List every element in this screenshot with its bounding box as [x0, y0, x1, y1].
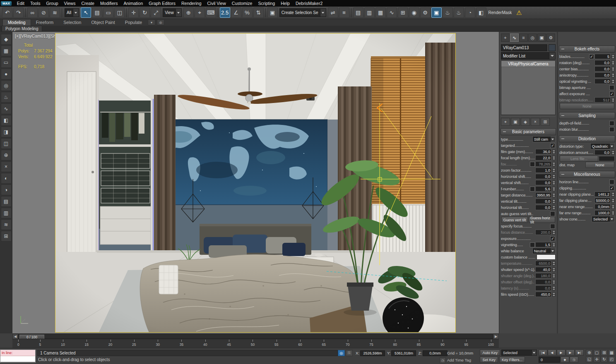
value-field[interactable]: 40,0	[535, 267, 551, 272]
add-time-tag[interactable]: Add Time Tag	[447, 358, 471, 362]
object-color-swatch[interactable]	[549, 44, 556, 51]
parameter-dropdown[interactable]: Still cam	[532, 136, 556, 142]
ribbon-help-icon[interactable]: ◎	[157, 19, 164, 25]
select-object-icon[interactable]: ↖	[80, 7, 91, 18]
value-field[interactable]: 180,0	[535, 273, 551, 278]
bridge-tool-icon[interactable]: ◫	[1, 138, 12, 149]
hierarchy-tab[interactable]: ≡	[519, 34, 528, 42]
separator[interactable]	[125, 8, 128, 17]
value-field[interactable]: 36,0	[535, 149, 551, 154]
rollout-header[interactable]: Bokeh effects	[559, 46, 615, 53]
value-field[interactable]: 1000,0	[594, 210, 611, 216]
value-field[interactable]: 450,0	[535, 292, 551, 297]
weld-tool-icon[interactable]: ⊕	[1, 150, 12, 160]
separator[interactable]	[350, 8, 353, 17]
checkbox[interactable]	[609, 180, 614, 184]
spinner[interactable]	[552, 168, 556, 172]
parameter-dropdown[interactable]: Selected	[592, 216, 615, 222]
selection-filter-dropdown[interactable]: All	[63, 8, 80, 17]
key-mode-dropdown[interactable]: Selected	[501, 350, 537, 356]
checkbox[interactable]	[550, 224, 555, 229]
menu-item[interactable]: Group	[43, 1, 61, 6]
sphere-primitive-icon[interactable]: ●	[1, 69, 12, 79]
parameter-button[interactable]: Guess horiz tilt	[529, 217, 555, 223]
snaps-toggle-icon[interactable]: 2.5	[219, 7, 231, 18]
menu-item[interactable]: Tools	[27, 1, 43, 6]
spinner[interactable]	[611, 204, 615, 209]
goto-start-icon[interactable]: |◀	[539, 350, 547, 356]
parameter-dropdown[interactable]: Neutral	[532, 248, 556, 254]
y-coordinate-field[interactable]: 5361,018m	[391, 350, 416, 356]
spinner[interactable]	[552, 280, 556, 284]
value-field[interactable]: 0,0	[535, 174, 551, 179]
ribbon-tab[interactable]: Modeling	[2, 19, 31, 26]
dropdown-arrow-icon[interactable]	[532, 350, 537, 355]
value-field[interactable]: 6500,0	[535, 261, 551, 266]
spinner[interactable]	[552, 230, 556, 235]
spinner[interactable]	[611, 54, 615, 59]
select-by-name-icon[interactable]: ▤	[91, 7, 103, 18]
zoom-all-icon[interactable]: ▢	[593, 350, 600, 356]
state-sets-icon[interactable]: ◧	[476, 7, 487, 18]
extrude-tool-icon[interactable]: ◧	[1, 115, 12, 126]
ribbon-tab[interactable]: Selection	[58, 19, 86, 26]
parameter-button[interactable]: Lens file...	[560, 156, 598, 162]
make-unique-icon[interactable]: ◈	[521, 118, 530, 126]
ribbon-options-icon[interactable]: ▾	[148, 19, 155, 25]
spinner-snap-icon[interactable]: ⇅	[253, 7, 264, 18]
menu-item[interactable]: Create	[78, 1, 97, 6]
motion-tab[interactable]: ◎	[528, 34, 537, 42]
select-and-move-icon[interactable]: ✛	[128, 7, 139, 18]
menu-item[interactable]: Edit	[14, 1, 27, 6]
checkbox[interactable]	[589, 54, 594, 59]
key-mode-toggle-icon[interactable]: ◆	[561, 357, 569, 363]
separator[interactable]	[264, 8, 267, 17]
value-field[interactable]: 5	[594, 54, 611, 59]
scene-bedroom-render[interactable]	[55, 34, 455, 332]
spinner[interactable]	[552, 162, 556, 166]
checkbox[interactable]	[530, 187, 535, 192]
orbit-icon[interactable]: ↻	[601, 356, 608, 362]
zoom-extents-icon[interactable]: ⊞	[601, 350, 608, 356]
value-field[interactable]: 78,265	[535, 161, 551, 167]
warning-icon[interactable]: ⚠	[513, 7, 525, 18]
dropdown-arrow-icon[interactable]	[320, 9, 326, 17]
zoom-icon[interactable]: ⊕	[586, 350, 593, 356]
dropdown-arrow-icon[interactable]	[549, 53, 555, 59]
value-field[interactable]: 200,0	[535, 230, 551, 235]
checkbox[interactable]	[550, 236, 555, 241]
render-mask-label[interactable]: RenderMask	[487, 10, 514, 15]
parameter-dropdown[interactable]: Quadratic	[590, 143, 615, 149]
toggle-scene-explorer-icon[interactable]: ▤	[353, 7, 364, 18]
viewport[interactable]: [+][VRayCam013][Shaded] Total Polys:7 36…	[12, 32, 499, 333]
time-config-icon[interactable]: ◷	[570, 357, 578, 363]
curve-editor-icon[interactable]: ∿	[386, 7, 397, 18]
separator[interactable]	[217, 8, 219, 17]
swift-loop-tool-icon[interactable]: ▤	[1, 196, 12, 207]
spinner[interactable]	[611, 192, 615, 196]
checkbox[interactable]	[609, 127, 614, 132]
display-tab[interactable]: ▣	[537, 34, 546, 42]
align-icon[interactable]: ≡	[339, 7, 350, 18]
parameter-button[interactable]: Guess vert tilt	[501, 217, 528, 223]
menu-item[interactable]: Customize	[229, 1, 255, 6]
symmetry-tool-icon[interactable]: ⊞	[1, 231, 12, 242]
menu-item[interactable]: DebrisMaker2	[293, 1, 325, 6]
value-field[interactable]: 0,0	[535, 180, 551, 185]
spinner[interactable]	[552, 199, 556, 204]
soft-selection-tool-icon[interactable]: ◑	[1, 184, 12, 195]
value-field[interactable]: 0,0	[535, 199, 551, 204]
value-field[interactable]: 0,0	[535, 205, 551, 210]
paint-deform-tool-icon[interactable]: ◐	[1, 173, 12, 184]
select-and-link-icon[interactable]: ∞	[27, 7, 38, 18]
configure-modifier-sets-icon[interactable]: ⊞	[541, 118, 550, 126]
spinner[interactable]	[552, 174, 556, 179]
pin-stack-icon[interactable]: ⌖	[501, 118, 510, 126]
auto-key-button[interactable]: Auto Key	[480, 350, 500, 356]
modify-tab[interactable]: ∿	[510, 34, 519, 42]
dropdown-arrow-icon[interactable]	[609, 144, 614, 149]
open-in-cloud-icon[interactable]: ◔	[464, 7, 476, 18]
value-field[interactable]: 1,5	[535, 242, 551, 247]
value-field[interactable]: 1481,2	[594, 192, 611, 197]
parameter-button-wide[interactable]: None	[585, 162, 614, 168]
